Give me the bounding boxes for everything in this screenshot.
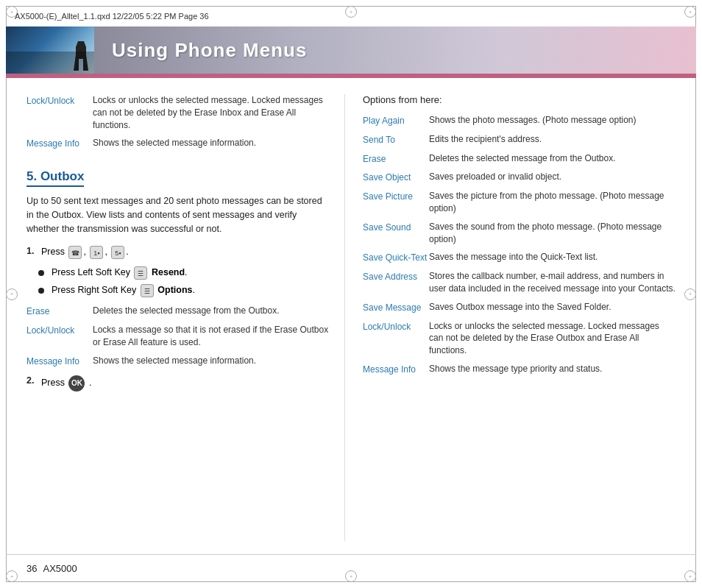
page-title: Using Phone Menus <box>112 39 307 62</box>
section-heading: 5. Outbox <box>26 169 84 187</box>
menu-row-message-info-top: Message Info Shows the selected message … <box>26 137 330 150</box>
menu-desc-save-object: Saves preloaded or invalid object. <box>429 171 676 184</box>
menu-row-save-message: Save Message Saves Outbox message into t… <box>363 301 676 314</box>
bullet-options: Press Right Soft Key ☰ Options. <box>38 284 330 297</box>
menu-desc-erase-right: Deletes the selected message from the Ou… <box>429 152 676 166</box>
title-image <box>6 26 94 74</box>
menu-row-erase: Erase Deletes the selected message from … <box>26 305 330 318</box>
right-column: Options from here: Play Again Shows the … <box>345 82 696 553</box>
left-column: Lock/Unlock Locks or unlocks the selecte… <box>6 82 344 553</box>
menu-label-save-quick-text: Save Quick-Text <box>363 251 429 264</box>
bullet-resend-text: Press Left Soft Key ☰ Resend. <box>52 266 188 280</box>
menu-desc-save-address: Stores the callback number, e-mail addre… <box>429 270 676 295</box>
menu-label-message-info-right: Message Info <box>363 363 429 376</box>
options-header: Options from here: <box>363 94 676 105</box>
menu-row-save-picture: Save Picture Saves the picture from the … <box>363 190 676 215</box>
menu-row-save-quick-text: Save Quick-Text Saves the message into t… <box>363 251 676 264</box>
main-content: Lock/Unlock Locks or unlocks the selecte… <box>6 82 696 553</box>
menu-row-message-info: Message Info Shows the selected message … <box>26 355 330 368</box>
menu-desc-save-quick-text: Saves the message into the Quick-Text li… <box>429 251 676 264</box>
menu-desc-message-info: Shows the selected message information. <box>93 355 330 368</box>
menu-desc-message-info-top: Shows the selected message information. <box>93 137 330 150</box>
step-2-num: 2. <box>26 375 41 386</box>
menu-label-play-again: Play Again <box>363 114 429 127</box>
step-1: 1. Press ☎, 1▪, 5▪. <box>26 246 330 259</box>
menu-row-lock-unlock: Lock/Unlock Locks a message so that it i… <box>26 324 330 349</box>
left-soft-key-icon: ☰ <box>134 266 147 280</box>
menu-label-lock-unlock-right: Lock/Unlock <box>363 320 429 357</box>
menu-row-save-address: Save Address Stores the callback number,… <box>363 270 676 295</box>
menu-label-erase-right: Erase <box>363 152 429 166</box>
menu-row-play-again: Play Again Shows the photo messages. (Ph… <box>363 114 676 127</box>
step-2-content: Press OK . <box>41 375 330 392</box>
doc-header: AX5000-(E)_Alltel_1.1.qxd 12/22/05 5:22 … <box>6 6 696 26</box>
footer: 36 AX5000 <box>6 554 696 582</box>
menu-label-save-address: Save Address <box>363 270 429 295</box>
title-bar: Using Phone Menus <box>6 26 696 74</box>
footer-model: AX5000 <box>43 563 77 574</box>
section-body: Up to 50 sent text messages and 20 sent … <box>26 194 330 235</box>
menu-label-erase: Erase <box>26 305 93 318</box>
bullet-resend: Press Left Soft Key ☰ Resend. <box>38 266 330 280</box>
menu-desc-play-again: Shows the photo messages. (Photo message… <box>429 114 676 127</box>
key-1-icon: 1▪ <box>90 246 103 259</box>
menu-desc-lock-unlock-right: Locks or unlocks the selected message. L… <box>429 320 676 357</box>
menu-row-lock-unlock-top: Lock/Unlock Locks or unlocks the selecte… <box>26 94 330 131</box>
menu-desc-lock-unlock-top: Locks or unlocks the selected message. L… <box>93 94 330 131</box>
ok-button-icon: OK <box>68 375 85 392</box>
menu-row-send-to: Send To Edits the recipient's address. <box>363 133 676 146</box>
menu-desc-save-picture: Saves the picture from the photo message… <box>429 190 676 215</box>
menu-label-message-info-top: Message Info <box>26 137 93 150</box>
menu-row-lock-unlock-right: Lock/Unlock Locks or unlocks the selecte… <box>363 320 676 357</box>
title-text-bar: Using Phone Menus <box>94 26 696 74</box>
menu-label-save-picture: Save Picture <box>363 190 429 215</box>
footer-page-number: 36 <box>26 563 37 574</box>
menu-desc-save-sound: Saves the sound from the photo message. … <box>429 221 676 246</box>
menu-row-save-sound: Save Sound Saves the sound from the phot… <box>363 221 676 246</box>
menu-label-message-info: Message Info <box>26 355 93 368</box>
menu-row-save-object: Save Object Saves preloaded or invalid o… <box>363 171 676 184</box>
step-1-content: Press ☎, 1▪, 5▪. <box>41 246 330 259</box>
menu-desc-send-to: Edits the recipient's address. <box>429 133 676 146</box>
menu-desc-save-message: Saves Outbox message into the Saved Fold… <box>429 301 676 314</box>
step-1-num: 1. <box>26 246 41 256</box>
menu-row-erase-right: Erase Deletes the selected message from … <box>363 152 676 166</box>
bullet-dot-options <box>38 288 44 294</box>
accent-bar <box>6 74 696 78</box>
bullet-dot-resend <box>38 270 44 276</box>
menu-label-save-object: Save Object <box>363 171 429 184</box>
menu-label-lock-unlock: Lock/Unlock <box>26 324 93 349</box>
menu-label-save-sound: Save Sound <box>363 221 429 246</box>
doc-header-text: AX5000-(E)_Alltel_1.1.qxd 12/22/05 5:22 … <box>15 12 209 21</box>
menu-label-lock-unlock-top: Lock/Unlock <box>26 94 93 131</box>
menu-desc-message-info-right: Shows the message type priority and stat… <box>429 363 676 376</box>
menu-row-message-info-right: Message Info Shows the message type prio… <box>363 363 676 376</box>
silhouette-icon <box>74 41 88 71</box>
menu-desc-lock-unlock: Locks a message so that it is not erased… <box>93 324 330 349</box>
menu-label-save-message: Save Message <box>363 301 429 314</box>
menu-desc-erase: Deletes the selected message from the Ou… <box>93 305 330 318</box>
bullet-options-text: Press Right Soft Key ☰ Options. <box>52 284 195 297</box>
step-2: 2. Press OK . <box>26 375 330 392</box>
right-soft-key-icon: ☰ <box>141 284 154 297</box>
phone-icon: ☎ <box>68 246 82 259</box>
menu-label-send-to: Send To <box>363 133 429 146</box>
key-5-icon: 5▪ <box>111 246 124 259</box>
